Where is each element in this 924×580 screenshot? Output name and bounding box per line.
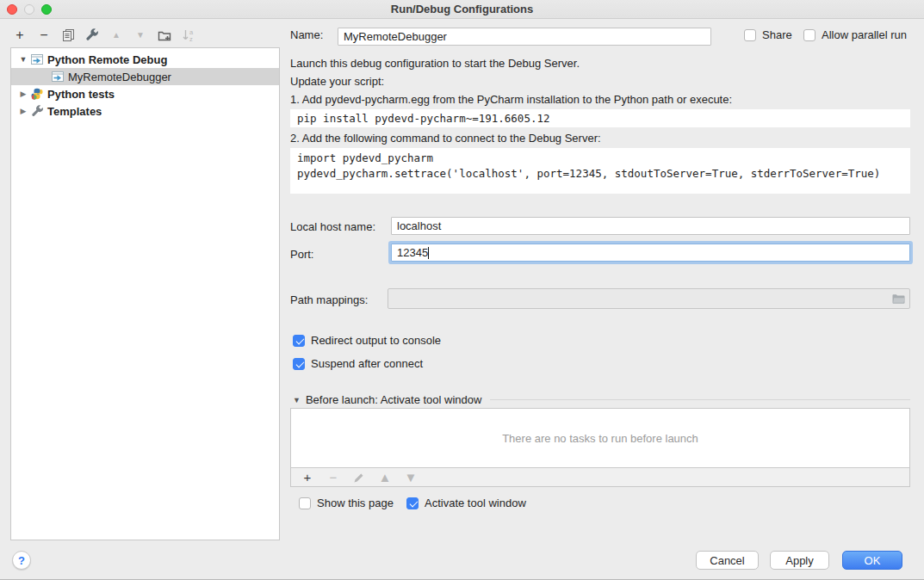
apply-button[interactable]: Apply bbox=[770, 551, 829, 570]
move-up-button: ▲ bbox=[109, 28, 124, 43]
port-input[interactable] bbox=[391, 244, 910, 262]
description-step2: 2. Add the following command to connect … bbox=[290, 132, 910, 145]
local-host-name-input[interactable] bbox=[391, 217, 910, 235]
title-bar: Run/Debug Configurations bbox=[0, 0, 924, 19]
add-configuration-button[interactable]: + bbox=[12, 28, 28, 43]
pencil-icon bbox=[353, 472, 365, 484]
wrench-icon bbox=[85, 28, 99, 42]
python-tests-icon bbox=[30, 87, 44, 101]
tree-item-python-remote-debug[interactable]: ▼ Python Remote Debug bbox=[11, 51, 279, 68]
tree-item-label: Templates bbox=[47, 105, 102, 118]
before-launch-title: Before launch: Activate tool window bbox=[306, 393, 482, 406]
window-title: Run/Debug Configurations bbox=[0, 3, 924, 15]
description-step1: 1. Add pydevd-pycharm.egg from the PyCha… bbox=[290, 93, 910, 106]
redirect-output-checkbox[interactable] bbox=[293, 335, 305, 347]
copy-configuration-button[interactable] bbox=[60, 28, 76, 43]
tree-item-label: Python tests bbox=[47, 88, 115, 101]
move-down-button: ▼ bbox=[133, 28, 148, 43]
path-mappings-input bbox=[388, 288, 910, 309]
svg-text:z: z bbox=[189, 35, 193, 42]
sort-az-icon: a z bbox=[182, 28, 195, 42]
add-task-button[interactable]: + bbox=[300, 470, 315, 485]
local-host-name-label: Local host name: bbox=[290, 220, 375, 233]
suspend-after-connect-checkbox[interactable] bbox=[293, 358, 305, 370]
text-caret bbox=[428, 247, 429, 259]
share-checkbox[interactable] bbox=[744, 29, 756, 41]
activate-tool-window-checkbox[interactable] bbox=[406, 497, 419, 509]
tree-item-python-tests[interactable]: ▶ Python tests bbox=[11, 85, 279, 102]
remove-task-button: − bbox=[326, 470, 341, 485]
expand-toggle-icon[interactable]: ▶ bbox=[18, 89, 28, 98]
port-label: Port: bbox=[290, 248, 313, 261]
before-launch-collapse-icon[interactable]: ▼ bbox=[293, 396, 301, 404]
remove-configuration-button[interactable]: − bbox=[36, 28, 52, 43]
configurations-toolbar: + − ▲ ▼ a z bbox=[12, 25, 196, 46]
move-task-down-button: ▼ bbox=[403, 470, 419, 485]
settrace-code-block: import pydevd_pycharmpydevd_pycharm.sett… bbox=[290, 148, 910, 194]
tree-item-label: MyRemoteDebugger bbox=[68, 71, 171, 83]
path-mappings-label: Path mappings: bbox=[290, 293, 368, 306]
remote-debug-icon bbox=[30, 52, 44, 66]
tree-item-label: Python Remote Debug bbox=[47, 53, 167, 66]
cancel-button[interactable]: Cancel bbox=[696, 551, 759, 570]
before-launch-toolbar: + − ▲ ▼ bbox=[290, 468, 910, 487]
redirect-output-label: Redirect output to console bbox=[311, 334, 441, 347]
edit-defaults-button[interactable] bbox=[84, 28, 100, 43]
show-this-page-label: Show this page bbox=[317, 497, 394, 509]
description-update: Update your script: bbox=[290, 75, 910, 88]
help-button[interactable]: ? bbox=[12, 551, 31, 570]
pip-install-command: pip install pydevd-pycharm~=191.6605.12 bbox=[290, 109, 910, 127]
expand-toggle-icon[interactable]: ▶ bbox=[18, 107, 28, 115]
ok-button[interactable]: OK bbox=[842, 551, 902, 570]
folder-icon bbox=[891, 293, 906, 305]
browse-folder-button[interactable] bbox=[891, 293, 906, 305]
tree-item-myremotedebugger[interactable]: MyRemoteDebugger bbox=[11, 68, 279, 85]
allow-parallel-run-label: Allow parallel run bbox=[822, 28, 907, 41]
sort-configurations-button: a z bbox=[181, 28, 196, 43]
code-line-1: import pydevd_pycharm bbox=[297, 151, 433, 164]
new-folder-icon bbox=[158, 28, 171, 42]
name-label: Name: bbox=[290, 28, 323, 41]
share-label: Share bbox=[762, 28, 792, 41]
separator-line bbox=[490, 399, 910, 400]
before-launch-empty-text: There are no tasks to run before launch bbox=[502, 432, 698, 445]
description-intro: Launch this debug configuration to start… bbox=[290, 57, 910, 70]
wrench-icon bbox=[30, 104, 44, 118]
name-input[interactable] bbox=[338, 28, 711, 46]
code-line-2: pydevd_pycharm.settrace('localhost', por… bbox=[297, 167, 880, 180]
suspend-after-connect-label: Suspend after connect bbox=[311, 357, 423, 370]
run-debug-configurations-dialog: Run/Debug Configurations + − ▲ ▼ bbox=[0, 0, 924, 580]
copy-icon bbox=[61, 28, 75, 42]
remote-debug-icon bbox=[51, 70, 65, 83]
expand-toggle-icon[interactable]: ▼ bbox=[18, 55, 28, 64]
edit-task-button bbox=[351, 470, 367, 485]
allow-parallel-run-checkbox[interactable] bbox=[803, 29, 815, 41]
show-this-page-checkbox[interactable] bbox=[299, 497, 311, 509]
configurations-tree: ▼ Python Remote Debug MyRe bbox=[10, 47, 280, 540]
before-launch-task-list[interactable]: There are no tasks to run before launch bbox=[290, 408, 910, 468]
activate-tool-window-label: Activate tool window bbox=[425, 497, 526, 509]
move-task-up-button: ▲ bbox=[377, 470, 393, 485]
tree-item-templates[interactable]: ▶ Templates bbox=[11, 102, 279, 120]
create-folder-button[interactable] bbox=[157, 28, 172, 43]
